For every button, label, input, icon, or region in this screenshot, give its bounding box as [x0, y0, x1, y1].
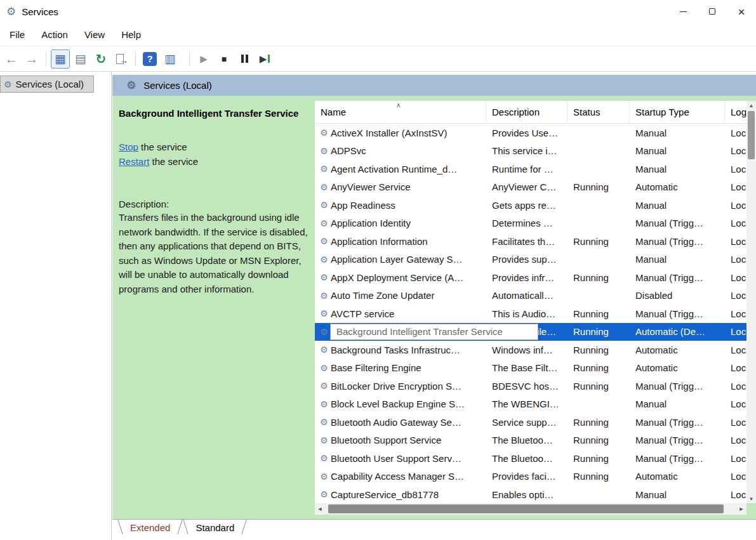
service-row[interactable]: ⚙Bluetooth Support ServiceThe Bluetoo…Ru… [315, 431, 746, 450]
tree-item-services-local[interactable]: ⚙ Services (Local) [0, 76, 94, 93]
service-name: Base Filtering Engine [331, 362, 421, 373]
stop-service-button[interactable]: ■ [215, 49, 234, 69]
tab-extended[interactable]: Extended [117, 520, 183, 537]
close-button[interactable]: × [727, 0, 756, 23]
title-bar: ⚙ Services × [0, 0, 756, 23]
service-row[interactable]: ⚙Application Layer Gateway S…Provides su… [315, 251, 746, 269]
column-header-name[interactable]: Name ∧ [315, 101, 486, 123]
service-row[interactable]: ⚙Background Tasks Infrastruc…Windows inf… [315, 341, 746, 359]
forward-button[interactable]: → [22, 49, 41, 69]
toolbar-separator [135, 51, 136, 67]
service-name: CaptureService_db81778 [331, 489, 439, 500]
service-name: Background Tasks Infrastruc… [331, 345, 460, 355]
service-gear-icon: ⚙ [317, 128, 331, 138]
menu-bar: File Action View Help [0, 23, 756, 46]
table-header: Name ∧ Description Status Startup Type L… [315, 101, 746, 124]
service-gear-icon: ⚙ [317, 291, 331, 301]
service-row[interactable]: ⚙ADPSvcThis service i…ManualLoc [315, 142, 746, 161]
service-row[interactable]: ⚙App ReadinessGets apps re…ManualLoc [315, 196, 746, 214]
service-name: Application Layer Gateway S… [331, 254, 463, 265]
service-gear-icon: ⚙ [317, 399, 331, 409]
service-row[interactable]: ⚙AVCTP serviceThis is Audio…RunningManua… [315, 305, 746, 323]
show-console-tree-button[interactable]: ▦ [51, 49, 70, 69]
service-gear-icon: ⚙ [317, 489, 331, 499]
service-row[interactable]: ⚙Bluetooth User Support Serv…The Bluetoo… [315, 449, 746, 468]
restart-link-suffix: the service [149, 156, 198, 167]
menu-action[interactable]: Action [33, 25, 76, 44]
menu-view[interactable]: View [76, 25, 113, 44]
vertical-scroll-thumb[interactable] [748, 111, 755, 159]
service-gear-icon: ⚙ [317, 164, 331, 174]
service-name: Bluetooth Audio Gateway Se… [331, 417, 461, 428]
service-gear-icon: ⚙ [317, 218, 331, 228]
menu-help[interactable]: Help [113, 25, 149, 44]
horizontal-scroll-thumb[interactable] [328, 504, 724, 513]
service-name-tooltip: Background Intelligent Transfer Service [330, 324, 538, 340]
service-name: ADPSvc [331, 145, 366, 156]
service-gear-icon: ⚙ [317, 471, 331, 482]
service-gear-icon: ⚙ [317, 254, 331, 265]
scroll-right-icon[interactable]: ► [736, 506, 746, 512]
scroll-up-icon[interactable]: ▲ [746, 101, 756, 110]
service-row[interactable]: ⚙Agent Activation Runtime_d…Runtime for … [315, 160, 746, 178]
properties-button[interactable]: ▤ [71, 49, 90, 69]
service-row[interactable]: ⚙Transfers file…RunningAutomatic (De…Loc… [315, 323, 746, 341]
service-name: Application Identity [331, 218, 411, 228]
toolbar-separator [189, 51, 190, 67]
column-header-startup-type[interactable]: Startup Type [630, 101, 725, 123]
pause-service-button[interactable] [235, 49, 254, 69]
service-row[interactable]: ⚙BitLocker Drive Encryption S…BDESVC hos… [315, 377, 746, 395]
export-list-button[interactable]: → [112, 49, 131, 69]
service-gear-icon: ⚙ [317, 327, 331, 337]
service-rows: ⚙ActiveX Installer (AxInstSV)Provides Us… [315, 124, 746, 504]
restart-service-link[interactable]: Restart [119, 156, 149, 167]
stop-service-link[interactable]: Stop [119, 142, 138, 152]
service-row[interactable]: ⚙AppX Deployment Service (A…Provides inf… [315, 268, 746, 287]
service-row[interactable]: ⚙AnyViewer ServiceAnyViewer C…RunningAut… [315, 178, 746, 197]
main-pane: ⚙ Services (Local) Background Intelligen… [112, 72, 756, 540]
app-gear-icon: ⚙ [6, 5, 16, 18]
service-row[interactable]: ⚙Application IdentityDetermines …Manual … [315, 214, 746, 233]
service-gear-icon: ⚙ [317, 345, 331, 355]
restart-service-button[interactable]: ▶ [255, 49, 274, 69]
service-name: App Readiness [331, 200, 395, 211]
service-row[interactable]: ⚙Block Level Backup Engine S…The WBENGI…… [315, 395, 746, 414]
column-header-log-on-as[interactable]: Log [725, 101, 746, 123]
maximize-button[interactable] [698, 0, 727, 23]
horizontal-scrollbar[interactable]: ◄ ► [315, 503, 746, 515]
service-gear-icon: ⚙ [317, 363, 331, 373]
help-button[interactable]: ? [140, 49, 159, 69]
service-row[interactable]: ⚙CaptureService_db81778Enables opti…Manu… [315, 485, 746, 504]
service-row[interactable]: ⚙Auto Time Zone UpdaterAutomaticall…Disa… [315, 287, 746, 305]
service-name: BitLocker Drive Encryption S… [331, 381, 461, 392]
service-row[interactable]: ⚙Bluetooth Audio Gateway Se…Service supp… [315, 413, 746, 431]
service-row[interactable]: ⚙Capability Access Manager S…Provides fa… [315, 468, 746, 486]
column-header-description[interactable]: Description [486, 101, 567, 123]
tab-standard[interactable]: Standard [183, 520, 247, 537]
start-service-button[interactable]: ▶ [194, 49, 213, 69]
menu-file[interactable]: File [1, 25, 33, 44]
service-row[interactable]: ⚙ActiveX Installer (AxInstSV)Provides Us… [315, 124, 746, 142]
service-row[interactable]: ⚙Base Filtering EngineThe Base Filt…Runn… [315, 359, 746, 378]
pane-header: ⚙ Services (Local) [112, 75, 756, 96]
extended-pane-icon: ▥ [164, 53, 176, 65]
stop-link-suffix: the service [138, 142, 187, 152]
extended-pane-button[interactable]: ▥ [161, 49, 180, 69]
service-row[interactable]: ⚙Application InformationFacilitates th…R… [315, 232, 746, 251]
service-gear-icon: ⚙ [317, 146, 331, 156]
service-info-panel: Background Intelligent Transfer Service … [119, 96, 309, 296]
service-name: ActiveX Installer (AxInstSV) [331, 128, 447, 138]
toolbar-separator [46, 51, 46, 67]
start-service-icon: ▶ [200, 54, 208, 63]
service-gear-icon: ⚙ [317, 200, 331, 210]
back-button[interactable]: ← [2, 49, 21, 69]
minimize-button[interactable] [668, 0, 698, 23]
toolbar: ← → ▦ ▤ ↻ → ? ▥ ▶ ■ ▶ [0, 46, 756, 72]
scroll-left-icon[interactable]: ◄ [315, 506, 325, 512]
refresh-button[interactable]: ↻ [91, 49, 110, 69]
vertical-scrollbar[interactable]: ▲ ▼ [746, 101, 756, 503]
service-gear-icon: ⚙ [126, 79, 136, 92]
scroll-down-icon[interactable]: ▼ [746, 494, 756, 503]
column-header-status[interactable]: Status [567, 101, 630, 123]
service-gear-icon: ⚙ [317, 308, 331, 319]
